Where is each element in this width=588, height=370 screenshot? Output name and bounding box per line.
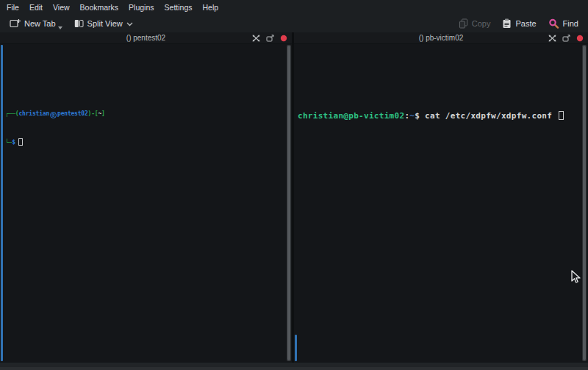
konsole-window: { "menubar": { "items": ["File", "Edit",… [0,0,588,370]
detach-view-icon[interactable] [266,35,274,42]
pane-pentest02: () pentest02 [0,32,292,363]
prompt-host: pentest02 [57,110,88,117]
menu-item-bookmarks[interactable]: Bookmarks [75,0,124,14]
scrolled-lines-highlight [295,335,297,361]
pane-title: () pentest02 [126,34,165,42]
terminal-pb-victim02[interactable]: christian@pb-victim02:~$ cat /etc/xdpfw/… [294,44,588,363]
copy-icon [459,18,468,29]
new-tab-label: New Tab [24,19,56,28]
menu-item-file[interactable]: File [1,0,24,14]
menu-item-help[interactable]: Help [198,0,224,14]
prompt-frame-mid: )-[ [88,110,98,117]
prompt-frame-bottom: └─ [5,139,12,146]
split-view-icon [74,19,84,28]
pane-header-pb-victim02[interactable]: () pb-victim02 [294,32,588,44]
scrollbar-thumb[interactable] [582,45,587,361]
new-tab-button[interactable]: New Tab [6,16,66,30]
split-view-button[interactable]: Split View [71,17,137,30]
detach-view-icon[interactable] [562,35,570,42]
prompt-frame-close: ] [101,110,105,117]
prompt-line: christian@pb-victim02:~$ cat /etc/xdpfw/… [298,110,588,121]
terminal-output: ┌──(christian@pentest02)-[~] └─$ [0,86,292,166]
pane-header-actions [548,32,584,43]
close-view-button[interactable] [576,35,584,42]
prompt-dollar: $ [12,139,15,146]
menu-bar: File Edit View Bookmarks Plugins Setting… [0,0,588,14]
close-view-button[interactable] [280,35,287,42]
new-tab-icon [10,18,21,28]
main-toolbar: New Tab Split View Copy [0,14,588,32]
find-icon [548,18,559,29]
maximize-view-icon[interactable] [252,35,260,42]
terminal-pentest02[interactable]: ┌──(christian@pentest02)-[~] └─$ [0,44,292,363]
terminal-cursor [18,138,23,146]
menu-item-view[interactable]: View [48,0,75,14]
terminal-cursor [559,111,564,120]
prompt-line-1: ┌──(christian@pentest02)-[~] [5,109,292,118]
chevron-down-icon [126,19,133,28]
scrollbar-thumb[interactable] [287,45,291,361]
new-tab-menu-caret-icon [58,22,62,31]
find-label: Find [563,19,578,28]
scrolled-lines-highlight [1,45,3,361]
find-button[interactable]: Find [545,16,582,31]
paste-label: Paste [515,19,536,28]
pane-header-actions [252,32,287,43]
menu-item-settings[interactable]: Settings [159,0,198,14]
window-bottom-edge [0,363,588,367]
typed-command: cat /etc/xdpfw/xdpfw.conf [420,111,557,121]
paste-icon [502,18,512,29]
maximize-view-icon[interactable] [548,35,556,42]
copy-label: Copy [472,19,491,28]
prompt-user-host: christian@pb-victim02 [298,111,404,121]
prompt-line-2: └─$ [5,138,292,147]
split-view-label: Split View [87,19,123,28]
split-view-container: () pentest02 [0,32,588,363]
prompt-user: christian [18,110,49,117]
pane-title: () pb-victim02 [419,34,464,42]
pane-header-pentest02[interactable]: () pentest02 [0,32,292,44]
paste-button[interactable]: Paste [498,16,539,31]
terminal-output: christian@pb-victim02:~$ cat /etc/xdpfw/… [294,86,588,143]
menu-item-edit[interactable]: Edit [24,0,48,14]
pane-pb-victim02: () pb-victim02 [294,32,588,363]
copy-button[interactable]: Copy [455,16,495,31]
kali-at-symbol: @ [50,112,57,118]
menu-item-plugins[interactable]: Plugins [123,0,159,14]
prompt-frame-open: ┌──( [5,110,18,117]
